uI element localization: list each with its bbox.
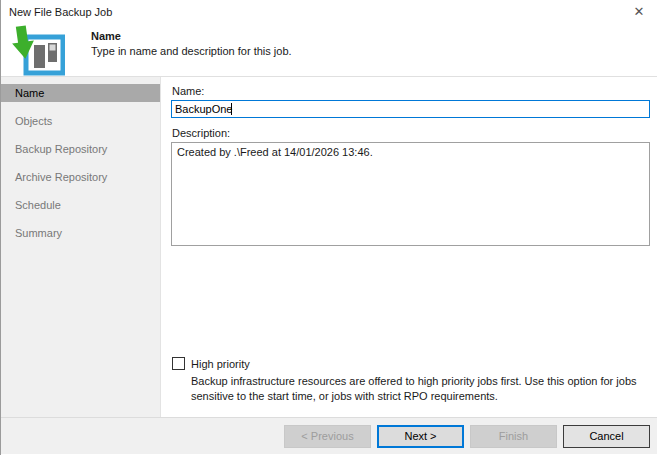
high-priority-help-text: Backup infrastructure resources are offe… <box>191 374 647 403</box>
cancel-button[interactable]: Cancel <box>563 425 650 448</box>
file-backup-job-icon <box>9 24 65 78</box>
sidebar-item-summary[interactable]: Summary <box>1 224 160 242</box>
sidebar-item-archive-repository[interactable]: Archive Repository <box>1 168 160 186</box>
previous-button: < Previous <box>284 425 371 448</box>
wizard-header-text: Name Type in name and description for th… <box>91 30 292 57</box>
wizard-header: Name Type in name and description for th… <box>1 22 657 77</box>
sidebar-item-backup-repository[interactable]: Backup Repository <box>1 140 160 158</box>
wizard-steps-sidebar: Name Objects Backup Repository Archive R… <box>1 77 161 417</box>
name-input[interactable] <box>171 100 650 118</box>
sidebar-item-name[interactable]: Name <box>1 84 160 102</box>
finish-button: Finish <box>470 425 557 448</box>
step-title: Name <box>91 30 292 42</box>
high-priority-checkbox[interactable] <box>172 357 185 370</box>
high-priority-block: High priority Backup infrastructure reso… <box>172 357 647 403</box>
step-subtitle: Type in name and description for this jo… <box>91 45 292 57</box>
high-priority-label: High priority <box>191 357 250 370</box>
description-field-label: Description: <box>172 127 650 139</box>
dialog-title: New File Backup Job <box>9 4 631 18</box>
wizard-footer: < Previous Next > Finish Cancel <box>1 417 657 454</box>
next-button[interactable]: Next > <box>377 425 464 448</box>
sidebar-item-objects[interactable]: Objects <box>1 112 160 130</box>
sidebar-item-schedule[interactable]: Schedule <box>1 196 160 214</box>
wizard-content: Name: Description: Created by .\Freed at… <box>161 77 657 417</box>
close-icon[interactable]: ✕ <box>631 3 647 19</box>
name-field-label: Name: <box>172 85 650 97</box>
description-textarea[interactable]: Created by .\Freed at 14/01/2026 13:46. <box>171 142 650 246</box>
wizard-body: Name Objects Backup Repository Archive R… <box>1 77 657 417</box>
text-caret <box>231 103 232 115</box>
dialog-titlebar: New File Backup Job ✕ <box>1 0 657 22</box>
